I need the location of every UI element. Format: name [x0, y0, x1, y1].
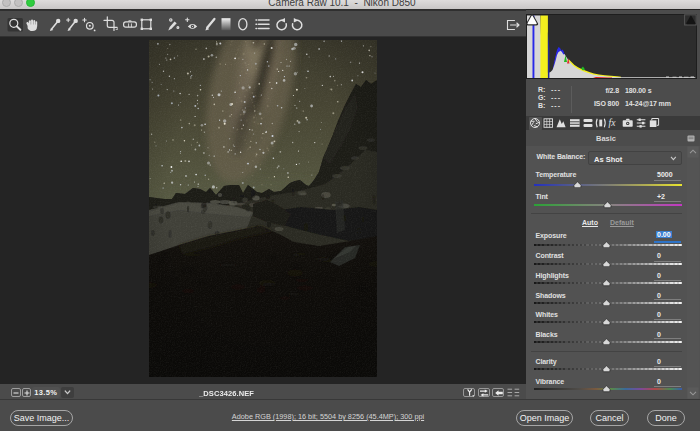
svg-text:fx: fx — [609, 118, 617, 128]
